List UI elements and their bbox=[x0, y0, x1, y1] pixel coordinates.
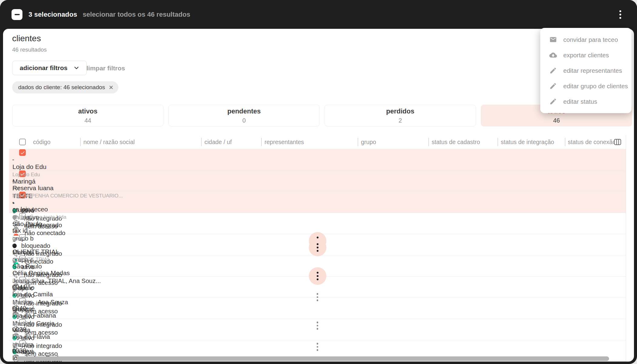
client-name: Reserva luana bbox=[12, 184, 626, 192]
tab-perdidos[interactable]: perdidos2 bbox=[325, 105, 476, 126]
column-header-5: grupo bbox=[358, 135, 428, 149]
clear-filters-link[interactable]: limpar filtros bbox=[86, 65, 125, 72]
column-header-label: status de cadastro bbox=[432, 139, 480, 146]
row-menu-button[interactable] bbox=[312, 342, 323, 352]
menu-item-label: exportar clientes bbox=[563, 52, 609, 59]
column-header-2: nome / razão social bbox=[80, 135, 201, 149]
column-header-label: representantes bbox=[265, 139, 304, 146]
menu-item-label: editar status bbox=[563, 98, 597, 105]
row-menu-button[interactable] bbox=[312, 321, 323, 331]
column-header-1: código bbox=[30, 135, 80, 149]
check-icon bbox=[20, 193, 25, 198]
column-header-8: status de conexão bbox=[565, 135, 614, 149]
kebab-icon bbox=[317, 243, 318, 252]
row-menu-button[interactable] bbox=[312, 271, 323, 281]
table-row[interactable]: -tax idtax id-Marcosgrupo cativonão inte… bbox=[9, 213, 626, 234]
add-filters-button[interactable]: adicionar filtros bbox=[12, 61, 87, 75]
menu-item-editar-status[interactable]: editar status bbox=[540, 94, 632, 109]
page-title: clientes bbox=[12, 34, 41, 43]
column-header-3: cidade / uf bbox=[201, 135, 261, 149]
kebab-icon bbox=[317, 293, 318, 301]
column-header-4: representantes bbox=[261, 135, 358, 149]
pencil-icon bbox=[549, 98, 557, 105]
tab-count: 44 bbox=[84, 117, 91, 123]
row-checkbox[interactable] bbox=[19, 139, 26, 145]
results-count: 46 resultados bbox=[12, 46, 47, 53]
column-header-6: status de cadastro bbox=[428, 135, 497, 149]
header-actions-cell bbox=[614, 135, 626, 149]
table-row[interactable]: -Reserva luanaRIO DA PENHA COMERCIO DE V… bbox=[9, 170, 626, 192]
status-tabs: ativos44pendentes0perdidos2todos46 bbox=[12, 105, 632, 126]
tab-pendentes[interactable]: pendentes0 bbox=[168, 105, 320, 126]
tab-label: ativos bbox=[78, 108, 98, 115]
checkbox-cell bbox=[9, 170, 626, 177]
client-name: loja da Flávia bbox=[12, 333, 626, 340]
check-icon bbox=[20, 150, 25, 155]
minus-icon bbox=[15, 14, 20, 15]
menu-item-exportar-clientes[interactable]: exportar clientes bbox=[540, 47, 632, 63]
column-header-7: status de integração bbox=[497, 135, 565, 149]
client-code: - bbox=[9, 156, 626, 163]
pencil-icon bbox=[549, 67, 557, 74]
row-menu-button[interactable] bbox=[312, 242, 323, 253]
selection-bar: 3 selecionados selecionar todos os 46 re… bbox=[0, 0, 637, 29]
row-checkbox-checked[interactable] bbox=[19, 170, 26, 177]
header-checkbox-cell bbox=[9, 135, 30, 149]
mail-icon bbox=[549, 36, 557, 43]
chevron-down-icon bbox=[73, 65, 80, 71]
client-code: - bbox=[9, 220, 626, 227]
row-checkbox-checked[interactable] bbox=[19, 192, 26, 198]
client-code: - bbox=[9, 177, 626, 184]
column-header-label: cidade / uf bbox=[204, 139, 232, 146]
tab-label: perdidos bbox=[386, 108, 414, 115]
column-header-label: status de integração bbox=[501, 139, 554, 146]
kebab-icon bbox=[317, 343, 318, 351]
select-all-results-link[interactable]: selecionar todos os 46 resultados bbox=[83, 11, 190, 19]
kebab-icon bbox=[317, 272, 318, 280]
tab-label: pendentes bbox=[227, 108, 261, 115]
checkbox-cell bbox=[9, 255, 626, 262]
add-filters-label: adicionar filtros bbox=[20, 64, 68, 72]
client-name: loja da Fabiana bbox=[12, 312, 626, 319]
pencil-icon bbox=[549, 82, 557, 90]
column-header-label: grupo bbox=[361, 139, 376, 146]
check-icon bbox=[20, 171, 25, 177]
table-row[interactable]: -Loja do EduLoja do EduMaringáPRTESTE-at… bbox=[9, 149, 626, 170]
tab-ativos[interactable]: ativos44 bbox=[12, 105, 163, 126]
menu-item-editar-grupo-de-clientes[interactable]: editar grupo de clientes bbox=[540, 78, 632, 94]
menu-item-label: editar representantes bbox=[563, 67, 622, 74]
close-icon[interactable]: ✕ bbox=[109, 84, 113, 91]
tab-count: 0 bbox=[242, 117, 246, 123]
horizontal-scrollbar[interactable] bbox=[17, 356, 609, 361]
selected-count-label: 3 selecionados bbox=[29, 11, 77, 19]
menu-item-label: convidar para teceo bbox=[563, 36, 618, 43]
tab-count: 2 bbox=[399, 117, 402, 123]
actions-dropdown-menu: convidar para teceoexportar clientesedit… bbox=[540, 28, 632, 113]
checkbox-cell bbox=[9, 213, 626, 220]
filter-chip-label: dados do cliente: 46 selecionados bbox=[18, 84, 105, 91]
column-header-label: status de conexão bbox=[568, 139, 614, 146]
cloud-download-icon bbox=[549, 51, 557, 59]
app-window: 3 selecionados selecionar todos os 46 re… bbox=[0, 0, 637, 364]
client-code: - bbox=[9, 198, 626, 206]
row-checkbox-checked[interactable] bbox=[19, 149, 26, 156]
selection-bar-menu-button[interactable] bbox=[618, 8, 623, 21]
tab-count: 46 bbox=[553, 117, 560, 123]
content-card: clientes 46 resultados adicionar filtros… bbox=[3, 29, 634, 362]
menu-item-editar-representantes[interactable]: editar representantes bbox=[540, 63, 632, 78]
select-all-checkbox-indeterminate[interactable] bbox=[12, 9, 22, 20]
menu-item-convidar-para-teceo[interactable]: convidar para teceo bbox=[540, 32, 632, 47]
client-name: cs loja teceo bbox=[12, 206, 626, 213]
row-menu-button[interactable] bbox=[312, 292, 323, 302]
client-code: 0040 bbox=[9, 305, 626, 312]
filter-chip[interactable]: dados do cliente: 46 selecionados ✕ bbox=[12, 81, 118, 93]
column-header-label: nome / razão social bbox=[83, 139, 135, 146]
client-name: Loja do Edu bbox=[12, 163, 626, 170]
menu-item-label: editar grupo de clientes bbox=[563, 83, 628, 90]
column-header-label: código bbox=[33, 139, 50, 146]
table-header: códigonome / razão socialcidade / ufrepr… bbox=[9, 135, 626, 149]
clients-table: códigonome / razão socialcidade / ufrepr… bbox=[9, 135, 626, 362]
kebab-icon bbox=[317, 322, 318, 330]
checkbox-cell bbox=[9, 149, 626, 156]
view-columns-icon[interactable] bbox=[613, 137, 622, 147]
